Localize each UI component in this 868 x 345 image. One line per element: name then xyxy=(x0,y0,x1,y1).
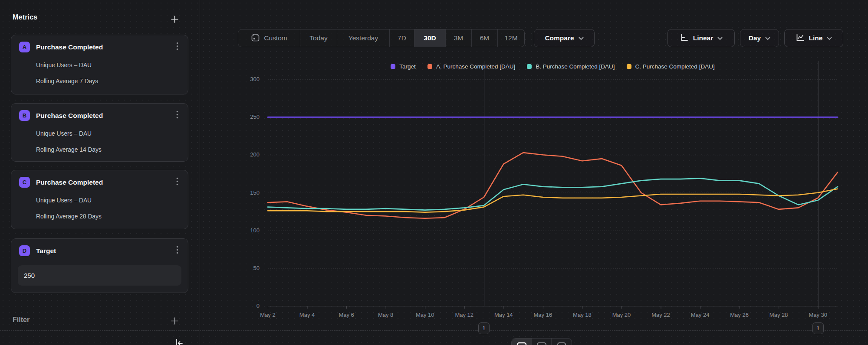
bottom-bar-divider xyxy=(0,330,868,331)
scale-dropdown[interactable]: Linear xyxy=(667,29,735,47)
x-axis-label: May 6 xyxy=(327,312,366,318)
metric-measure: Unique Users – DAU xyxy=(36,197,92,204)
granularity-dropdown[interactable]: Day xyxy=(740,29,779,47)
kebab-icon xyxy=(176,246,178,256)
calendar-icon xyxy=(251,33,260,44)
plus-icon xyxy=(171,15,179,25)
metric-title: Target xyxy=(36,247,56,255)
range-label: 6M xyxy=(480,34,490,42)
range-12m[interactable]: 12M xyxy=(498,29,524,47)
chart-type-dropdown[interactable]: Line xyxy=(784,29,843,47)
metric-badge: C xyxy=(19,177,30,188)
range-6m[interactable]: 6M xyxy=(472,29,498,47)
metric-measure: Unique Users – DAU xyxy=(36,130,92,137)
y-axis-label: 300 xyxy=(237,76,260,82)
x-axis-label: May 2 xyxy=(248,312,287,318)
metric-title: Purchase Completed xyxy=(36,112,103,120)
metric-card-header: D Target xyxy=(19,245,56,256)
collapse-left-icon xyxy=(174,342,184,345)
view-table-button[interactable] xyxy=(552,338,572,345)
metric-transform: Rolling Average 28 Days xyxy=(36,213,102,220)
x-axis-label: May 4 xyxy=(288,312,327,318)
metric-menu-button[interactable] xyxy=(172,176,182,188)
metric-transform: Rolling Average 7 Days xyxy=(36,78,98,85)
metric-card-header: C Purchase Completed xyxy=(19,177,103,188)
range-label: 3M xyxy=(454,34,464,42)
range-30d-selected[interactable]: 30D xyxy=(414,29,446,47)
legend-swatch xyxy=(627,64,631,69)
collapse-sidebar-button[interactable] xyxy=(174,338,184,345)
view-toggle xyxy=(511,338,572,345)
view-chart-table-button[interactable] xyxy=(532,338,552,345)
legend-item-target[interactable]: Target xyxy=(391,63,416,70)
metric-badge: D xyxy=(19,245,30,256)
annotation-badge[interactable]: 1 xyxy=(478,322,490,334)
date-range-selector: Custom Today Yesterday 7D 30D 3M 6M 12M xyxy=(238,29,525,47)
metric-card-header: B Purchase Completed xyxy=(19,110,103,121)
line-chart-icon xyxy=(796,33,805,44)
metric-measure: Unique Users – DAU xyxy=(36,62,92,68)
plus-icon xyxy=(171,317,179,327)
table-view-icon xyxy=(556,342,567,345)
metric-title: Purchase Completed xyxy=(36,43,103,51)
x-axis-label: May 18 xyxy=(562,312,602,318)
legend-label: A. Purchase Completed [DAU] xyxy=(436,63,515,70)
x-axis-label: May 16 xyxy=(523,312,562,318)
sidebar-divider xyxy=(200,0,200,345)
range-yesterday[interactable]: Yesterday xyxy=(337,29,390,47)
metric-menu-button[interactable] xyxy=(172,110,182,121)
legend-label: C. Purchase Completed [DAU] xyxy=(635,63,715,70)
range-label: 30D xyxy=(424,34,436,42)
metric-card-c[interactable]: C Purchase Completed Unique Users – DAU … xyxy=(11,170,188,229)
chart-view-icon xyxy=(516,342,527,345)
x-axis-label: May 10 xyxy=(405,312,444,318)
range-3m[interactable]: 3M xyxy=(446,29,472,47)
view-chart-button[interactable] xyxy=(512,338,532,345)
legend-item-c[interactable]: C. Purchase Completed [DAU] xyxy=(627,63,715,70)
chevron-down-icon xyxy=(827,37,832,40)
range-today[interactable]: Today xyxy=(300,29,337,47)
legend-swatch xyxy=(527,64,532,69)
metric-title: Purchase Completed xyxy=(36,179,103,186)
range-label: 7D xyxy=(398,34,406,42)
compare-label: Compare xyxy=(545,34,574,42)
x-axis-label: May 20 xyxy=(602,312,641,318)
x-axis-label: May 22 xyxy=(641,312,681,318)
kebab-icon xyxy=(176,42,178,52)
compare-dropdown[interactable]: Compare xyxy=(534,29,595,47)
metric-badge: A xyxy=(19,42,30,52)
metric-menu-button[interactable] xyxy=(172,245,182,256)
legend-item-a[interactable]: A. Purchase Completed [DAU] xyxy=(427,63,515,70)
metric-card-target[interactable]: D Target xyxy=(11,238,188,293)
x-axis-label: May 12 xyxy=(445,312,484,318)
chevron-down-icon xyxy=(717,37,723,40)
chevron-down-icon xyxy=(765,37,770,40)
chart-type-label: Line xyxy=(809,34,823,42)
annotation-badge[interactable]: 1 xyxy=(812,322,824,334)
range-label: Yesterday xyxy=(349,34,378,42)
y-axis-label: 0 xyxy=(237,303,260,309)
range-7d[interactable]: 7D xyxy=(390,29,414,47)
legend-item-b[interactable]: B. Purchase Completed [DAU] xyxy=(527,63,615,70)
metrics-section-title: Metrics xyxy=(13,13,37,21)
add-filter-button[interactable] xyxy=(170,317,179,326)
chart-legend: Target A. Purchase Completed [DAU] B. Pu… xyxy=(268,63,838,70)
metric-menu-button[interactable] xyxy=(172,41,182,52)
metric-card-b[interactable]: B Purchase Completed Unique Users – DAU … xyxy=(11,103,188,162)
add-metric-button[interactable] xyxy=(170,15,179,25)
legend-swatch xyxy=(427,64,432,69)
target-value-input[interactable] xyxy=(18,265,181,286)
legend-label: B. Purchase Completed [DAU] xyxy=(536,63,615,70)
metric-card-header: A Purchase Completed xyxy=(19,42,103,52)
legend-swatch xyxy=(391,64,395,69)
y-axis-label: 50 xyxy=(237,265,260,271)
x-axis-label: May 8 xyxy=(366,312,405,318)
chart-table-view-icon xyxy=(536,342,547,345)
metric-card-a[interactable]: A Purchase Completed Unique Users – DAU … xyxy=(11,35,188,94)
y-axis-label: 200 xyxy=(237,151,260,158)
metric-badge: B xyxy=(19,110,30,121)
range-label: 12M xyxy=(504,34,517,42)
range-label: Today xyxy=(309,34,327,42)
chevron-down-icon xyxy=(579,37,584,40)
range-custom[interactable]: Custom xyxy=(238,29,300,47)
